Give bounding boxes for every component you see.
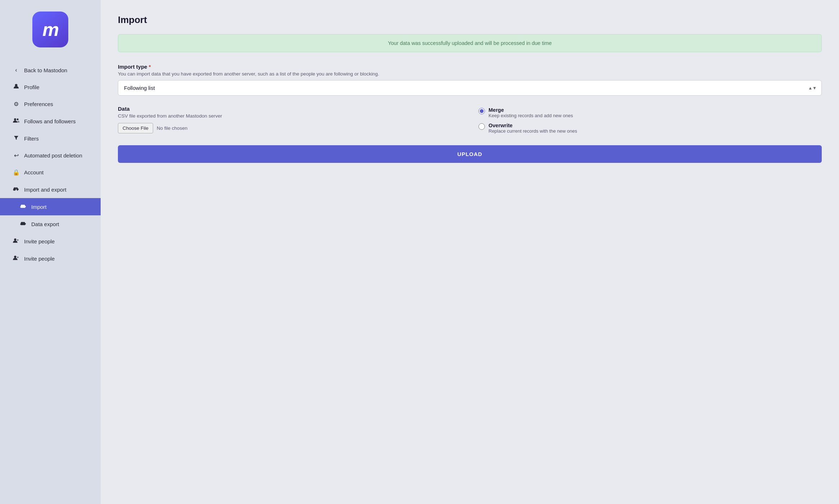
data-label: Data [118,106,461,112]
sidebar-item-label: Back to Mastodon [24,67,67,73]
import-type-description: You can import data that you have export… [118,71,822,77]
invite-icon-1 [13,238,20,245]
sidebar-item-label: Import and export [24,187,67,193]
import-form: Import type * You can import data that y… [118,64,822,163]
sidebar-item-follows[interactable]: Follows and followers [0,113,101,130]
logo-area: m [0,0,101,59]
auto-delete-icon: ↩ [13,152,20,159]
page-title: Import [118,14,822,26]
export-cloud-icon [20,220,27,228]
lock-icon: 🔒 [13,169,20,176]
sidebar: m ‹ Back to Mastodon Profile ⚙ Preferenc… [0,0,101,504]
import-type-select[interactable]: Following list Block list Mute list Book… [118,80,822,96]
data-right-panel: Merge Keep existing records and add new … [478,106,822,134]
sidebar-nav: ‹ Back to Mastodon Profile ⚙ Preferences [0,59,101,270]
sidebar-item-label: Filters [24,136,39,142]
sidebar-item-auto-delete[interactable]: ↩ Automated post deletion [0,147,101,164]
import-cloud-icon [20,203,27,210]
sidebar-item-back-to-mastodon[interactable]: ‹ Back to Mastodon [0,62,101,78]
svg-point-2 [17,119,19,120]
filter-icon [13,135,20,142]
upload-button[interactable]: UPLOAD [118,145,822,163]
sidebar-item-filters[interactable]: Filters [0,130,101,147]
data-description: CSV file exported from another Mastodon … [118,113,461,119]
merge-option: Merge Keep existing records and add new … [478,107,822,118]
choose-file-button[interactable]: Choose File [118,123,153,133]
sidebar-item-profile[interactable]: Profile [0,78,101,96]
sidebar-item-label: Data export [31,221,59,227]
success-message: Your data was successfully uploaded and … [388,40,552,46]
merge-text-group: Merge Keep existing records and add new … [489,107,573,118]
gear-icon: ⚙ [13,101,20,107]
merge-overwrite-options: Merge Keep existing records and add new … [478,107,822,134]
overwrite-text-group: Overwrite Replace current records with t… [489,123,577,134]
sidebar-item-invite-people-1[interactable]: Invite people [0,233,101,250]
sidebar-item-preferences[interactable]: ⚙ Preferences [0,96,101,113]
sidebar-item-account[interactable]: 🔒 Account [0,164,101,181]
data-section: Data CSV file exported from another Mast… [118,106,822,134]
sidebar-item-import-export[interactable]: Import and export [0,181,101,198]
import-type-select-wrapper: Following list Block list Mute list Book… [118,80,822,96]
profile-icon [13,83,20,91]
sidebar-item-import[interactable]: Import [0,198,101,215]
sidebar-item-invite-people-2[interactable]: Invite people [0,250,101,267]
sidebar-item-label: Preferences [24,101,53,107]
sidebar-item-label: Invite people [24,238,55,244]
sidebar-item-label: Profile [24,84,40,90]
file-name-display: No file chosen [157,125,188,131]
follows-icon [13,118,20,125]
sidebar-item-label: Follows and followers [24,118,75,124]
required-indicator: * [149,64,151,70]
merge-radio[interactable] [478,108,485,114]
svg-point-1 [14,118,16,120]
svg-point-3 [14,238,16,240]
success-banner: Your data was successfully uploaded and … [118,34,822,52]
sidebar-item-data-export[interactable]: Data export [0,215,101,233]
merge-label: Merge [489,107,573,113]
sidebar-item-label: Invite people [24,256,55,262]
import-type-field: Import type * You can import data that y… [118,64,822,96]
back-icon: ‹ [13,67,20,73]
main-content: Import Your data was successfully upload… [101,0,839,504]
merge-description: Keep existing records and add new ones [489,113,573,118]
overwrite-option: Overwrite Replace current records with t… [478,123,822,134]
data-left-panel: Data CSV file exported from another Mast… [118,106,461,133]
mastodon-logo: m [32,12,68,47]
cloud-icon [13,186,20,193]
svg-point-4 [14,256,16,258]
sidebar-item-label: Import [31,204,47,210]
file-input-row: Choose File No file chosen [118,123,461,133]
overwrite-description: Replace current records with the new one… [489,128,577,134]
sidebar-item-label: Automated post deletion [24,152,82,159]
import-type-label: Import type * [118,64,822,70]
sidebar-item-label: Account [24,169,43,175]
overwrite-label: Overwrite [489,123,577,128]
overwrite-radio[interactable] [478,123,485,130]
invite-icon-2 [13,255,20,262]
